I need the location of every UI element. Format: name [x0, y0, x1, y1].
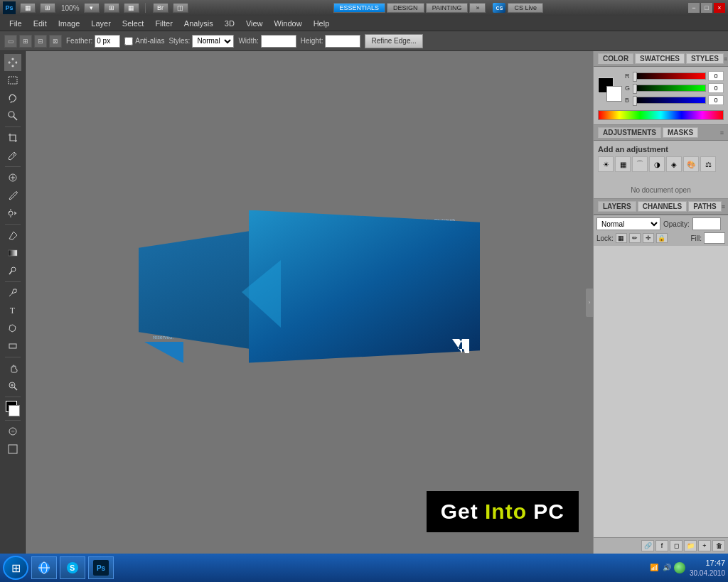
link-layers-btn[interactable]: 🔗	[641, 540, 654, 551]
screen-mode-btn[interactable]: ▦	[124, 3, 139, 13]
lock-all-btn[interactable]: 🔒	[656, 233, 668, 243]
new-layer-btn[interactable]: +	[698, 540, 711, 551]
menu-3d[interactable]: 3D	[220, 18, 240, 29]
tool-zoom[interactable]	[4, 377, 21, 394]
tool-eyedropper[interactable]	[4, 147, 21, 164]
add-selection-icon[interactable]: ⊞	[19, 35, 32, 48]
tab-styles[interactable]: STYLES	[686, 53, 724, 64]
menu-image[interactable]: Image	[53, 18, 85, 29]
hue-bar[interactable]	[598, 110, 724, 120]
levels-icon[interactable]: ▦	[615, 156, 631, 172]
tool-crop[interactable]	[4, 129, 21, 146]
vibrance-icon[interactable]: ◈	[666, 156, 682, 172]
g-thumb[interactable]	[633, 84, 637, 94]
tool-screen-mode[interactable]	[4, 441, 21, 458]
background-swatch[interactable]	[606, 86, 622, 102]
layers-panel-menu[interactable]: ≡	[722, 203, 725, 210]
lock-transparent-btn[interactable]: ▦	[616, 233, 627, 243]
mini-bridge-btn[interactable]: ◫	[173, 3, 188, 13]
width-input[interactable]	[261, 35, 296, 48]
tab-painting[interactable]: PAINTING	[426, 3, 469, 13]
adjustments-panel-close[interactable]: ≡	[720, 129, 724, 136]
taskbar-photoshop[interactable]: Ps	[88, 556, 114, 579]
refine-edge-button[interactable]: Refine Edge...	[365, 34, 422, 48]
tool-move[interactable]	[4, 54, 21, 71]
maximize-button[interactable]: □	[701, 3, 712, 13]
taskbar-skype[interactable]: S	[60, 556, 85, 579]
color-panel-close[interactable]: ≡	[724, 55, 727, 63]
bridge-btn[interactable]: Br	[153, 3, 168, 13]
menu-view[interactable]: View	[241, 18, 268, 29]
menu-help[interactable]: Help	[309, 18, 335, 29]
zoom-dropdown[interactable]: ▾	[84, 3, 100, 13]
styles-select[interactable]: Normal	[192, 35, 234, 48]
b-slider[interactable]	[634, 97, 706, 104]
intersect-selection-icon[interactable]: ⊠	[49, 35, 62, 48]
tool-lasso[interactable]	[4, 90, 21, 107]
blend-mode-select[interactable]: Normal	[596, 217, 660, 230]
tab-color[interactable]: COLOR	[598, 53, 633, 64]
tab-design[interactable]: DESIGN	[387, 3, 424, 13]
canvas-area[interactable]: Ps ADOBE® PHOTOSHOP® CS5 EXTENDED Versio…	[26, 51, 593, 554]
arrange-windows-btn[interactable]: ▦	[20, 3, 36, 13]
antialias-checkbox[interactable]	[124, 37, 133, 45]
height-input[interactable]	[325, 35, 360, 48]
minimize-button[interactable]: −	[688, 3, 700, 13]
hue-sat-icon[interactable]: 🎨	[683, 156, 699, 172]
menu-select[interactable]: Select	[117, 18, 149, 29]
tab-masks[interactable]: MASKS	[663, 127, 698, 138]
new-selection-icon[interactable]: ▭	[4, 35, 17, 48]
r-thumb[interactable]	[633, 72, 637, 82]
tab-adjustments[interactable]: ADJUSTMENTS	[598, 127, 661, 138]
tool-marquee[interactable]	[4, 72, 21, 89]
extras-btn[interactable]: ⊞	[40, 3, 55, 13]
tool-gradient[interactable]	[4, 244, 21, 262]
menu-layer[interactable]: Layer	[86, 18, 116, 29]
tool-text[interactable]: T	[4, 302, 21, 319]
tab-layers[interactable]: LAYERS	[598, 201, 636, 212]
view-mode-btn[interactable]: ⊞	[104, 3, 119, 13]
menu-edit[interactable]: Edit	[28, 18, 52, 29]
tab-essentials[interactable]: ESSENTIALS	[333, 3, 386, 13]
close-button[interactable]: ×	[714, 3, 725, 13]
curves-icon[interactable]: ⌒	[632, 156, 648, 172]
tool-quick-select[interactable]	[4, 107, 21, 124]
tool-quick-mask[interactable]	[4, 423, 21, 440]
tab-paths[interactable]: PATHS	[688, 201, 721, 212]
tool-path-select[interactable]	[4, 320, 21, 337]
menu-analysis[interactable]: Analysis	[179, 18, 218, 29]
color-balance-icon[interactable]: ⚖	[700, 156, 716, 172]
taskbar-ie[interactable]	[31, 556, 57, 579]
start-button[interactable]: ⊞	[3, 556, 28, 580]
tab-swatches[interactable]: SWATCHES	[635, 53, 685, 64]
color-swatch-area[interactable]	[4, 401, 21, 416]
tool-pen[interactable]	[4, 284, 21, 301]
lock-position-btn[interactable]: ✛	[643, 233, 654, 243]
background-color[interactable]	[9, 405, 20, 416]
new-group-btn[interactable]: 📁	[684, 540, 697, 551]
tool-shape[interactable]	[4, 338, 21, 355]
add-mask-btn[interactable]: ◻	[670, 540, 682, 551]
tool-brush[interactable]	[4, 187, 21, 204]
brightness-icon[interactable]: ☀	[598, 156, 614, 172]
tool-healing[interactable]	[4, 169, 21, 186]
g-slider[interactable]	[634, 85, 706, 92]
b-thumb[interactable]	[633, 96, 637, 106]
tab-channels[interactable]: CHANNELS	[638, 201, 687, 212]
menu-filter[interactable]: Filter	[150, 18, 177, 29]
opacity-input[interactable]	[692, 217, 721, 230]
menu-file[interactable]: File	[4, 18, 27, 29]
cs-live-btn[interactable]: CS Live	[508, 3, 543, 13]
feather-input[interactable]	[95, 35, 120, 48]
add-style-btn[interactable]: f	[655, 540, 668, 551]
tab-more[interactable]: »	[469, 3, 486, 13]
tool-hand[interactable]	[4, 360, 21, 377]
panel-collapse-handle[interactable]: ›	[586, 289, 593, 317]
delete-layer-btn[interactable]: 🗑	[712, 540, 725, 551]
tool-clone[interactable]	[4, 205, 21, 222]
exposure-icon[interactable]: ◑	[649, 156, 665, 172]
fill-input[interactable]	[704, 232, 725, 244]
tool-dodge[interactable]	[4, 262, 21, 279]
lock-image-btn[interactable]: ✏	[629, 233, 641, 243]
clock[interactable]: 17:47 30.04.2010	[690, 558, 725, 577]
